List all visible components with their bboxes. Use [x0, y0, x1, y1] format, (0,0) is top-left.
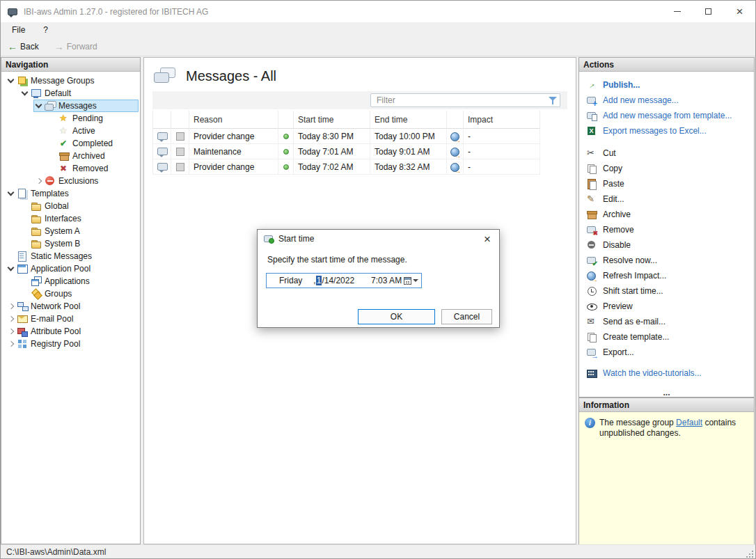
- action-disable[interactable]: Disable: [579, 237, 754, 253]
- tree-item-static-messages[interactable]: Static Messages: [6, 250, 139, 262]
- tree-item-active[interactable]: Active: [47, 125, 139, 137]
- table-row-2-type-cell[interactable]: [153, 144, 171, 159]
- dialog-close-button[interactable]: [475, 230, 499, 248]
- expander-open-icon[interactable]: [6, 188, 17, 199]
- selection-box[interactable]: [176, 148, 184, 156]
- minimize-button[interactable]: [661, 1, 693, 22]
- column-header-end-time[interactable]: End time: [370, 111, 447, 129]
- maximize-button[interactable]: [693, 1, 724, 22]
- tree-item-removed[interactable]: Removed: [47, 162, 139, 175]
- table-row-3-start[interactable]: Today 7:02 AM: [294, 159, 370, 175]
- table-row-3-end[interactable]: Today 8:32 AM: [370, 159, 447, 175]
- tree-item-groups[interactable]: Groups: [19, 288, 139, 300]
- table-row-3-impact-icon-cell[interactable]: [447, 159, 464, 175]
- resize-grip[interactable]: [744, 549, 754, 558]
- action-preview[interactable]: Preview: [579, 299, 754, 314]
- action-cut[interactable]: Cut: [579, 145, 754, 161]
- expander-closed-icon[interactable]: [6, 326, 17, 337]
- selection-box[interactable]: [176, 163, 184, 171]
- menu-help[interactable]: ?: [40, 24, 51, 36]
- forward-button[interactable]: Forward: [52, 40, 100, 54]
- action-copy[interactable]: Copy: [579, 161, 754, 176]
- tree-item-completed[interactable]: Completed: [47, 137, 139, 150]
- date-segment[interactable]: /14/2022: [322, 276, 354, 285]
- action-add-from-template[interactable]: Add new message from template...: [579, 108, 754, 123]
- table-row-1-impact[interactable]: -: [464, 129, 540, 144]
- day-segment[interactable]: Friday: [279, 276, 302, 285]
- action-export-to-excel[interactable]: Export messages to Excel...: [579, 123, 754, 139]
- expander-open-icon[interactable]: [6, 263, 17, 274]
- tree-item-interfaces[interactable]: Interfaces: [19, 212, 139, 225]
- calendar-dropdown-button[interactable]: [404, 276, 418, 285]
- action-refresh-impact[interactable]: Refresh Impact...: [579, 268, 754, 283]
- table-row-2-end[interactable]: Today 9:01 AM: [370, 144, 447, 159]
- expander-closed-icon[interactable]: [33, 175, 45, 187]
- table-row-2-select-cell[interactable]: [171, 144, 189, 159]
- table-row-3-reason[interactable]: Provider change: [189, 159, 278, 175]
- action-archive[interactable]: Archive: [579, 207, 754, 222]
- table-row-1-reason[interactable]: Provider change: [189, 129, 278, 144]
- tree-item-system-a[interactable]: System A: [19, 225, 139, 237]
- action-add-new-message[interactable]: Add new message...: [579, 93, 754, 108]
- time-segment[interactable]: 7:03 AM: [371, 276, 402, 285]
- tree-item-registry-pool[interactable]: Registry Pool: [6, 338, 139, 350]
- tree-item-messages[interactable]: Messages: [33, 100, 139, 112]
- table-row-1-type-cell[interactable]: [153, 129, 171, 144]
- ok-button[interactable]: OK: [358, 309, 435, 324]
- action-create-template[interactable]: Create template...: [579, 329, 754, 345]
- action-shift-start-time[interactable]: Shift start time...: [579, 283, 754, 299]
- tree-item-exclusions[interactable]: Exclusions: [33, 175, 139, 187]
- tree-item-default[interactable]: Default: [19, 87, 139, 100]
- tree-item-system-b[interactable]: System B: [19, 237, 139, 250]
- column-header-impact-icon[interactable]: [447, 111, 464, 129]
- table-row-1-end[interactable]: Today 10:00 PM: [370, 129, 447, 144]
- expander-closed-icon[interactable]: [6, 313, 17, 324]
- filter-funnel-icon[interactable]: [549, 97, 557, 104]
- expander-open-icon[interactable]: [19, 88, 31, 99]
- expander-open-icon[interactable]: [33, 100, 45, 111]
- action-resolve-now[interactable]: Resolve now...: [579, 253, 754, 268]
- column-header-start-time[interactable]: Start time: [294, 111, 370, 129]
- column-header-select[interactable]: [171, 111, 189, 129]
- expander-closed-icon[interactable]: [6, 338, 17, 349]
- action-remove[interactable]: Remove: [579, 222, 754, 237]
- action-watch-video-tutorials[interactable]: Watch the video-tutorials...: [579, 365, 754, 381]
- table-row-2-reason[interactable]: Maintenance: [189, 144, 278, 159]
- tree-item-email-pool[interactable]: E-mail Pool: [6, 313, 139, 325]
- column-header-reason[interactable]: Reason: [189, 111, 278, 129]
- cancel-button[interactable]: Cancel: [441, 309, 492, 324]
- action-publish[interactable]: Publish...: [579, 77, 754, 93]
- table-row-2-impact[interactable]: -: [464, 144, 540, 159]
- action-export[interactable]: Export...: [579, 345, 754, 360]
- tree-item-applications[interactable]: Applications: [19, 275, 139, 288]
- table-row-2-start[interactable]: Today 7:01 AM: [294, 144, 370, 159]
- expander-closed-icon[interactable]: [6, 301, 17, 312]
- close-button[interactable]: [724, 1, 755, 22]
- tree-item-network-pool[interactable]: Network Pool: [6, 300, 139, 313]
- tree-item-pending[interactable]: Pending: [47, 112, 139, 125]
- table-row-3-type-cell[interactable]: [153, 159, 171, 175]
- tree-item-templates[interactable]: Templates: [6, 187, 139, 200]
- tree-item-message-groups[interactable]: Message Groups: [6, 74, 139, 87]
- column-header-icon[interactable]: [153, 111, 171, 129]
- default-group-link[interactable]: Default: [676, 418, 702, 427]
- table-row-1-select-cell[interactable]: [171, 129, 189, 144]
- back-button[interactable]: Back: [5, 40, 42, 54]
- action-paste[interactable]: Paste: [579, 176, 754, 191]
- month-segment-selected[interactable]: 1: [316, 276, 322, 285]
- column-header-status[interactable]: [278, 111, 294, 129]
- column-header-impact[interactable]: Impact: [464, 111, 540, 129]
- tree-item-application-pool[interactable]: Application Pool: [6, 262, 139, 275]
- action-edit[interactable]: Edit...: [579, 191, 754, 207]
- actions-overflow-indicator[interactable]: ...: [579, 388, 754, 397]
- table-row-2-impact-icon-cell[interactable]: [447, 144, 464, 159]
- datetime-picker[interactable]: Friday , 1 /14/2022 7:03 AM: [266, 273, 422, 288]
- menu-file[interactable]: File: [9, 24, 28, 36]
- selection-box[interactable]: [176, 132, 184, 141]
- table-row-3-select-cell[interactable]: [171, 159, 189, 175]
- filter-input[interactable]: [370, 93, 560, 107]
- table-row-1-impact-icon-cell[interactable]: [447, 129, 464, 144]
- tree-item-global[interactable]: Global: [19, 200, 139, 212]
- table-row-3-impact[interactable]: -: [464, 159, 540, 175]
- tree-item-attribute-pool[interactable]: Attribute Pool: [6, 325, 139, 338]
